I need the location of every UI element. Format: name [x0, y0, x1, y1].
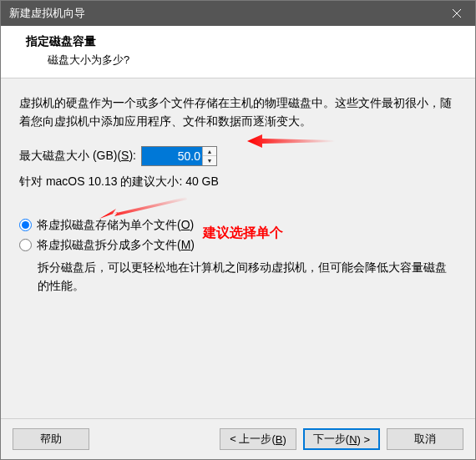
close-button[interactable]: [438, 1, 475, 26]
disk-size-input[interactable]: [142, 147, 202, 165]
radio-single-file-input[interactable]: [19, 219, 32, 231]
svg-marker-3: [99, 197, 187, 219]
spinner-buttons: ▲ ▼: [202, 147, 216, 165]
help-button[interactable]: 帮助: [13, 428, 89, 450]
back-button[interactable]: < 上一步(B): [220, 428, 296, 450]
wizard-footer: 帮助 < 上一步(B) 下一步(N) > 取消: [1, 418, 475, 459]
wizard-content: 虚拟机的硬盘作为一个或多个文件存储在主机的物理磁盘中。这些文件最初很小，随着您向…: [1, 78, 475, 418]
annotation-arrow-2: [99, 195, 191, 220]
radio-split-files-input[interactable]: [19, 239, 32, 251]
annotation-arrow-1: [247, 130, 339, 152]
close-icon: [453, 9, 461, 18]
description-text: 虚拟机的硬盘作为一个或多个文件存储在主机的物理磁盘中。这些文件最初很小，随着您向…: [19, 94, 457, 131]
max-disk-size-row: 最大磁盘大小 (GB)(S): ▲ ▼: [19, 146, 457, 166]
page-subtitle: 磁盘大小为多少?: [26, 53, 460, 68]
annotation-text: 建议选择单个: [203, 225, 283, 242]
page-title: 指定磁盘容量: [26, 34, 460, 49]
window-title: 新建虚拟机向导: [9, 6, 85, 21]
radio-split-files-label: 将虚拟磁盘拆分成多个文件(M): [37, 238, 195, 253]
next-button[interactable]: 下一步(N) >: [303, 428, 380, 450]
split-files-note: 拆分磁盘后，可以更轻松地在计算机之间移动虚拟机，但可能会降低大容量磁盘的性能。: [38, 258, 457, 296]
spinner-up-button[interactable]: ▲: [203, 147, 216, 157]
wizard-window: 新建虚拟机向导 指定磁盘容量 磁盘大小为多少? 虚拟机的硬盘作为一个或多个文件存…: [0, 0, 476, 460]
wizard-header: 指定磁盘容量 磁盘大小为多少?: [1, 26, 475, 78]
disk-size-spinner[interactable]: ▲ ▼: [141, 146, 217, 166]
svg-marker-2: [247, 134, 335, 148]
spinner-down-button[interactable]: ▼: [203, 156, 216, 165]
cancel-button[interactable]: 取消: [387, 428, 463, 450]
max-disk-size-label: 最大磁盘大小 (GB)(S):: [19, 149, 136, 164]
titlebar: 新建虚拟机向导: [1, 1, 475, 26]
recommended-size-text: 针对 macOS 10.13 的建议大小: 40 GB: [19, 174, 457, 190]
